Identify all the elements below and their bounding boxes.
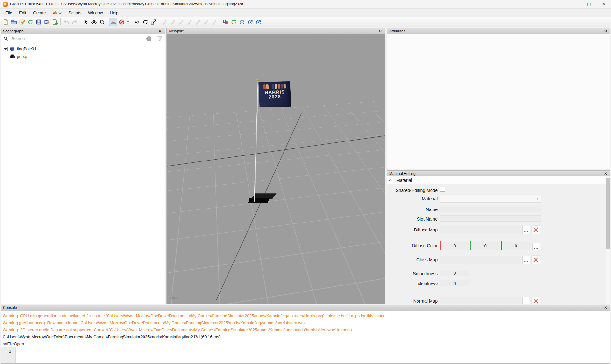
filter-button[interactable] xyxy=(155,34,165,43)
save-icon[interactable] xyxy=(34,18,43,26)
normal-map-label: Normal Map xyxy=(389,299,438,304)
rotate-tool-icon[interactable] xyxy=(141,18,149,26)
scale-tool-icon[interactable] xyxy=(149,18,158,26)
name-field[interactable] xyxy=(440,206,541,212)
metalness-field[interactable]: 0 xyxy=(440,280,469,286)
shared-editing-row: Shared-Editing Mode xyxy=(389,186,604,195)
material-scrollbar[interactable] xyxy=(606,176,610,304)
camera-name-label: persp xyxy=(170,296,178,299)
slot-name-field[interactable] xyxy=(440,215,541,222)
gloss-map-remove-button[interactable] xyxy=(531,255,540,264)
gloss-map-field[interactable] xyxy=(440,256,521,264)
tree-node-flagPole01[interactable]: flagPole01 xyxy=(1,45,165,52)
menu-scripts[interactable]: Scripts xyxy=(65,9,85,17)
paint-dropdown-caret-icon[interactable] xyxy=(126,18,130,26)
material-select[interactable] xyxy=(440,195,541,203)
menu-edit[interactable]: Edit xyxy=(16,9,30,17)
terrain-mode-icon[interactable] xyxy=(109,18,117,26)
material-editing-body: Material Shared-Editing Mode Material Na… xyxy=(387,176,610,304)
flag[interactable]: HARRIS 2028 xyxy=(258,81,291,107)
diffuse-color-g-field[interactable]: 0 xyxy=(471,242,500,250)
normal-map-remove-button[interactable] xyxy=(531,297,540,304)
reload-shaders-icon[interactable] xyxy=(238,18,246,26)
menu-file[interactable]: File xyxy=(2,9,16,17)
search-input[interactable] xyxy=(11,36,146,41)
script-edit-area[interactable] xyxy=(16,347,610,363)
diffuse-color-b-field[interactable]: 0 xyxy=(501,242,530,250)
scenegraph-close-icon[interactable]: ✕ xyxy=(158,29,163,34)
diffuse-color-picker-button[interactable]: ... xyxy=(532,243,540,251)
red-x-icon xyxy=(533,227,539,233)
material-editing-panel: Material Editing ✕ Material Shared-Editi… xyxy=(387,170,610,304)
translations-icon-glyph xyxy=(222,19,228,25)
diffuse-map-remove-button[interactable] xyxy=(531,225,540,234)
import-icon[interactable] xyxy=(51,18,59,26)
console-log[interactable]: Warning: CPU mip generation code activat… xyxy=(1,311,610,347)
name-label: Name xyxy=(389,207,438,212)
reload-i3d-icon[interactable] xyxy=(254,18,263,26)
normal-map-browse-button[interactable]: ... xyxy=(522,297,530,304)
line-number-gutter: 1 xyxy=(1,347,16,363)
expander-icon[interactable] xyxy=(4,47,8,51)
name-row: Name xyxy=(389,205,604,214)
material-editing-close-icon[interactable]: ✕ xyxy=(603,171,608,176)
flag-figure xyxy=(266,84,269,89)
open-file-icon[interactable] xyxy=(10,18,18,26)
save-as-icon[interactable] xyxy=(43,18,51,26)
material-scrollbar-thumb[interactable] xyxy=(606,178,610,249)
visibility-icon-glyph xyxy=(91,19,97,25)
zoom-tool-icon[interactable] xyxy=(98,18,106,26)
slot-name-row: Slot Name xyxy=(389,215,604,223)
attributes-close-icon[interactable]: ✕ xyxy=(603,29,608,34)
metalness-label: Metalness xyxy=(389,281,438,286)
console-close-icon[interactable]: ✕ xyxy=(603,305,608,310)
diffuse-color-r-field[interactable]: 0 xyxy=(440,242,469,250)
flag-figures xyxy=(259,84,291,89)
minimize-button[interactable]: — xyxy=(567,0,582,8)
normal-map-field[interactable] xyxy=(440,297,521,304)
diffuse-map-browse-button[interactable]: ... xyxy=(522,226,530,234)
material-section-header[interactable]: Material xyxy=(387,176,610,184)
new-file-icon[interactable] xyxy=(1,18,10,26)
reload-file-icon[interactable] xyxy=(26,18,34,26)
console-line: C:\Users\Wyatt Mccroy\OneDrive\Documents… xyxy=(3,333,610,340)
terrain-smooth-icon-glyph xyxy=(178,19,184,25)
collapse-chevron-icon xyxy=(389,179,392,182)
viewport-close-icon[interactable]: ✕ xyxy=(378,29,383,34)
red-x-icon xyxy=(533,257,539,263)
visibility-icon[interactable] xyxy=(90,18,98,26)
viewport-3d-area[interactable]: HARRIS 2028 persp xyxy=(167,34,385,304)
console-panel: Console ✕ Warning: CPU mip generation co… xyxy=(1,305,610,364)
undo-icon-glyph xyxy=(63,19,69,25)
menu-view[interactable]: View xyxy=(49,9,65,17)
edit-file-icon[interactable] xyxy=(18,18,26,26)
close-button[interactable]: ✕ xyxy=(596,0,611,8)
menu-create[interactable]: Create xyxy=(30,9,49,17)
app-icon xyxy=(3,2,8,7)
flag-figure xyxy=(269,84,271,89)
console-line: Warning: 3D stereo audio files are not s… xyxy=(3,326,610,333)
smoothness-field[interactable]: 0 xyxy=(440,270,469,276)
translations-icon[interactable] xyxy=(221,18,229,26)
reload-textures-icon[interactable] xyxy=(246,18,254,26)
menu-window[interactable]: Window xyxy=(85,9,106,17)
material-row: Material xyxy=(389,194,604,203)
menu-bar: FileEditCreateViewScriptsWindowHelp xyxy=(0,9,611,17)
paint-disabled-icon[interactable] xyxy=(117,18,126,26)
toolbar-separator xyxy=(131,18,131,25)
reload-scripts-icon[interactable] xyxy=(229,18,238,26)
material-editing-header: Material Editing ✕ xyxy=(387,171,610,177)
menu-help[interactable]: Help xyxy=(106,9,122,17)
select-tool-icon[interactable] xyxy=(81,18,90,26)
shared-editing-checkbox[interactable] xyxy=(440,187,445,192)
maximize-button[interactable]: ▢ xyxy=(582,0,596,8)
smoothness-row: Smoothness 0 xyxy=(389,269,604,278)
translate-tool-icon[interactable] xyxy=(133,18,141,26)
diffuse-map-field[interactable] xyxy=(440,226,521,234)
tree-node-persp[interactable]: persp xyxy=(1,52,165,60)
gloss-map-browse-button[interactable]: ... xyxy=(522,256,530,264)
toolbar-separator xyxy=(108,18,108,25)
cube-icon xyxy=(10,46,15,52)
search-clear-icon[interactable]: ✕ xyxy=(146,36,151,41)
terrain-slope-icon xyxy=(193,18,202,26)
